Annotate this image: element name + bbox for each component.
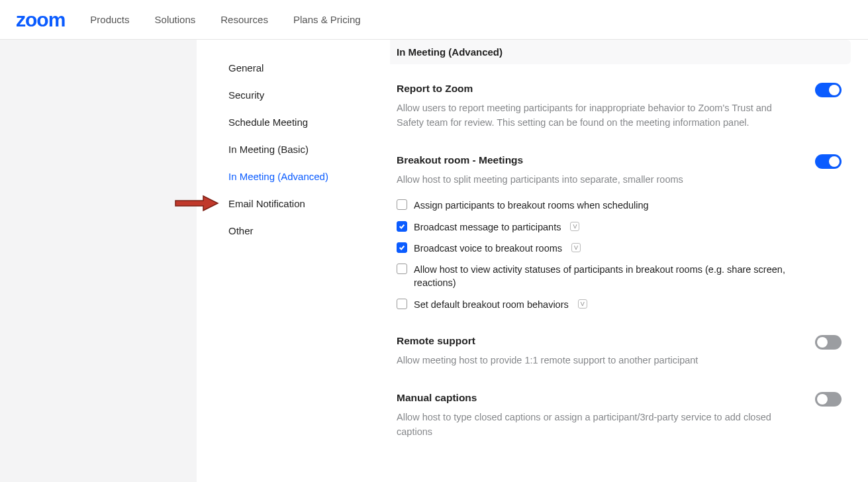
toggle-report-to-zoom[interactable] [815,83,842,97]
setting-title: Remote support [397,335,789,347]
option-label: Broadcast voice to breakout rooms [414,242,562,255]
info-icon[interactable]: V [570,222,579,231]
setting-desc: Allow users to report meeting participan… [397,101,789,130]
sidebar-item-schedule-meeting[interactable]: Schedule Meeting [228,110,390,134]
option-view-activity-statuses: Allow host to view activity statuses of … [397,263,789,290]
sidebar-item-other[interactable]: Other [228,218,390,243]
option-label: Allow host to view activity statuses of … [414,263,789,290]
setting-title: Report to Zoom [397,83,789,95]
toggle-remote-support[interactable] [815,335,842,350]
checkbox-view-activity-statuses[interactable] [397,264,407,274]
sidebar-item-security[interactable]: Security [228,83,390,107]
settings-main: In Meeting (Advanced) Report to Zoom All… [390,40,868,482]
checkbox-default-breakout-behaviors[interactable] [397,299,407,309]
option-broadcast-message: Broadcast message to participants V [397,220,789,234]
toggle-manual-captions[interactable] [815,392,842,407]
nav-products[interactable]: Products [90,14,129,25]
checkbox-broadcast-voice[interactable] [397,242,407,253]
breakout-options-list: Assign participants to breakout rooms wh… [397,199,789,311]
setting-report-to-zoom: Report to Zoom Allow users to report mee… [397,83,842,130]
top-header: zoom Products Solutions Resources Plans … [0,0,868,40]
option-label: Broadcast message to participants [414,220,561,234]
option-assign-when-scheduling: Assign participants to breakout rooms wh… [397,199,789,212]
setting-desc: Allow meeting host to provide 1:1 remote… [397,354,789,368]
option-label: Assign participants to breakout rooms wh… [414,199,649,212]
info-icon[interactable]: V [571,243,581,252]
setting-desc: Allow host to type closed captions or as… [397,410,789,440]
setting-manual-captions: Manual captions Allow host to type close… [397,392,842,440]
sidebar-item-in-meeting-advanced[interactable]: In Meeting (Advanced) [228,164,390,189]
checkbox-assign-when-scheduling[interactable] [397,199,407,210]
checkbox-broadcast-message[interactable] [397,221,407,232]
sidebar-item-general[interactable]: General [228,56,390,80]
nav-resources[interactable]: Resources [220,14,268,25]
setting-remote-support: Remote support Allow meeting host to pro… [397,335,842,368]
option-broadcast-voice: Broadcast voice to breakout rooms V [397,242,789,255]
zoom-logo: zoom [16,9,65,31]
settings-sidebar: General Security Schedule Meeting In Mee… [197,40,390,482]
page-body: General Security Schedule Meeting In Mee… [0,40,868,482]
nav-plans-pricing[interactable]: Plans & Pricing [293,14,361,25]
toggle-breakout-room[interactable] [815,154,842,169]
setting-title: Manual captions [397,392,789,404]
nav-solutions[interactable]: Solutions [155,14,196,25]
info-icon[interactable]: V [578,299,587,309]
section-header: In Meeting (Advanced) [390,40,851,64]
sidebar-item-in-meeting-basic[interactable]: In Meeting (Basic) [228,137,390,162]
option-label: Set default breakout room behaviors [414,298,569,311]
left-gutter [0,40,197,482]
option-default-breakout-behaviors: Set default breakout room behaviors V [397,298,789,311]
setting-title: Breakout room - Meetings [397,154,789,166]
sidebar-item-email-notification[interactable]: Email Notification [228,191,390,216]
setting-breakout-room: Breakout room - Meetings Allow host to s… [397,154,842,312]
setting-desc: Allow host to split meeting participants… [397,173,789,187]
